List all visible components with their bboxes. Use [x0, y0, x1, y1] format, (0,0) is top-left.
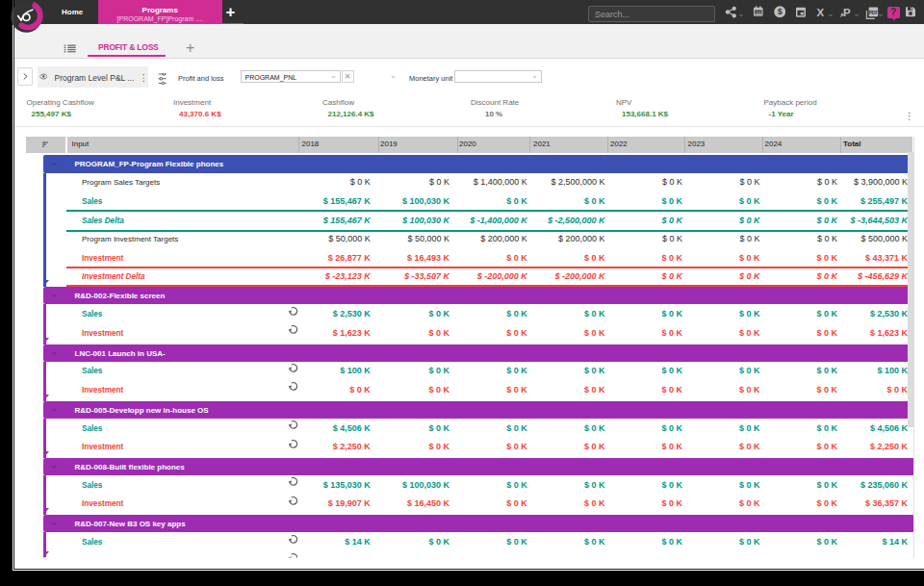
- svg-text:$: $: [777, 7, 782, 16]
- svg-text:PDF: PDF: [868, 10, 878, 14]
